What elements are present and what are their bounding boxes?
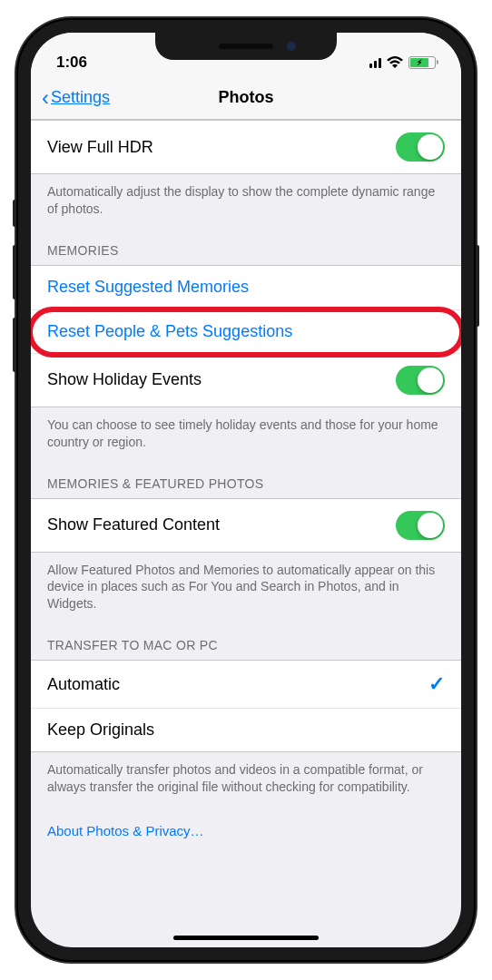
reset-people-label: Reset People & Pets Suggestions [47,322,292,341]
phone-side-button-right [476,245,479,327]
status-indicators: ⚡︎ [369,56,436,69]
show-holiday-switch[interactable] [396,366,445,395]
settings-content[interactable]: View Full HDR Automatically adjust the d… [31,120,461,947]
transfer-header: TRANSFER TO MAC OR PC [31,618,461,660]
transfer-automatic-label: Automatic [47,675,120,694]
show-holiday-events-row[interactable]: Show Holiday Events [31,353,461,407]
view-full-hdr-row[interactable]: View Full HDR [31,121,461,173]
home-indicator[interactable] [173,936,319,940]
reset-suggested-label: Reset Suggested Memories [47,278,249,297]
reset-people-pets-button[interactable]: Reset People & Pets Suggestions [31,309,461,353]
memories-footer: You can choose to see timely holiday eve… [31,407,461,456]
screen: 1:06 ⚡︎ ‹ Settings Photos View Full [31,33,461,947]
transfer-automatic-row[interactable]: Automatic ✓ [31,661,461,708]
cellular-signal-icon [369,57,381,68]
notch [155,33,337,60]
battery-charging-icon: ⚡︎ [408,56,436,69]
transfer-footer: Automatically transfer photos and videos… [31,752,461,801]
back-button[interactable]: ‹ Settings [42,85,110,111]
about-photos-privacy-link[interactable]: About Photos & Privacy… [31,801,461,848]
reset-suggested-memories-button[interactable]: Reset Suggested Memories [31,266,461,309]
phone-side-buttons-left [13,200,16,390]
hdr-footer: Automatically adjust the display to show… [31,174,461,223]
checkmark-icon: ✓ [428,672,445,696]
show-holiday-label: Show Holiday Events [47,370,202,389]
show-featured-label: Show Featured Content [47,515,220,534]
transfer-keep-originals-label: Keep Originals [47,720,154,740]
status-time: 1:06 [56,54,87,72]
hdr-group: View Full HDR [31,120,461,174]
show-featured-content-row[interactable]: Show Featured Content [31,499,461,552]
about-link-label: About Photos & Privacy… [47,823,204,838]
wifi-icon [387,56,403,69]
memories-header: MEMORIES [31,223,461,265]
view-full-hdr-switch[interactable] [396,132,445,162]
transfer-keep-originals-row[interactable]: Keep Originals [31,708,461,751]
chevron-back-icon: ‹ [42,85,49,111]
featured-group: Show Featured Content [31,498,461,553]
view-full-hdr-label: View Full HDR [47,138,153,157]
phone-frame: 1:06 ⚡︎ ‹ Settings Photos View Full [16,18,476,962]
memories-group: Reset Suggested Memories Reset People & … [31,265,461,407]
nav-bar: ‹ Settings Photos [31,76,461,120]
back-label: Settings [51,88,110,107]
featured-footer: Allow Featured Photos and Memories to au… [31,553,461,619]
page-title: Photos [219,88,274,107]
show-featured-switch[interactable] [396,511,445,540]
featured-header: MEMORIES & FEATURED PHOTOS [31,456,461,498]
transfer-group: Automatic ✓ Keep Originals [31,660,461,752]
